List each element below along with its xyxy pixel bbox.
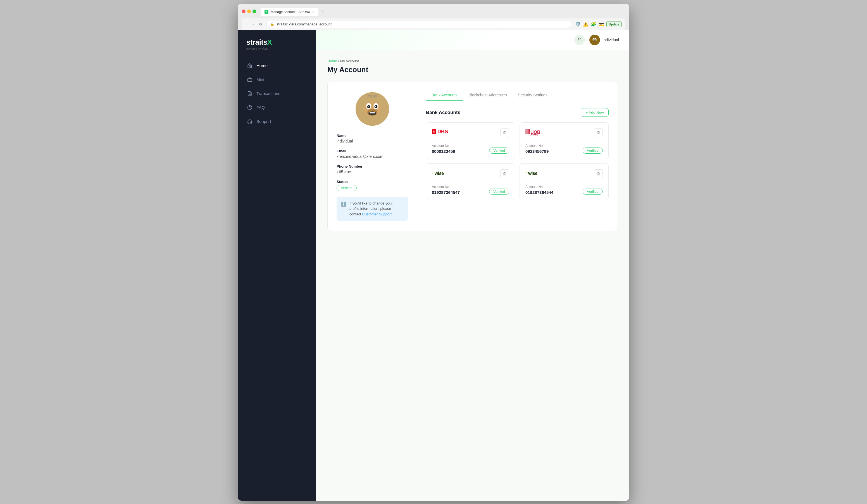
sidebar-item-faq[interactable]: FAQ <box>243 101 312 114</box>
svg-point-18 <box>374 105 377 108</box>
uob-account-label: Account No <box>525 144 548 148</box>
active-tab[interactable]: X Manage Account | StraitsX × <box>260 8 319 16</box>
svg-text:✕: ✕ <box>432 130 436 134</box>
info-icon: ℹ️ <box>341 201 347 217</box>
delete-wise1-button[interactable] <box>500 169 509 178</box>
wise1-account-label: Account No <box>432 185 460 189</box>
sidebar-item-mint[interactable]: Mint <box>243 73 312 86</box>
profile-status-field: Status Verified <box>336 180 408 191</box>
breadcrumb-home-link[interactable]: Home <box>327 59 337 63</box>
tab-close-button[interactable]: × <box>312 10 314 14</box>
browser-tabs: X Manage Account | StraitsX × + <box>260 7 327 16</box>
svg-text:wise: wise <box>528 171 537 176</box>
new-tab-button[interactable]: + <box>319 7 327 16</box>
notification-bell[interactable] <box>574 35 585 45</box>
delete-dbs-button[interactable] <box>500 128 509 137</box>
sidebar-logo: straitsX powered by xfers <box>238 30 316 59</box>
wise-logo-1: ⁷ wise <box>432 169 451 176</box>
delete-uob-button[interactable] <box>594 128 603 137</box>
svg-rect-23 <box>370 112 375 114</box>
sidebar-item-support[interactable]: Support <box>243 115 312 128</box>
browser-window: X Manage Account | StraitsX × + ‹ › ↻ 🔒 … <box>238 4 629 501</box>
svg-rect-0 <box>248 78 252 82</box>
extension-icon-2[interactable]: ⚠️ <box>583 22 589 27</box>
customer-support-link[interactable]: Customer Support. <box>362 212 393 216</box>
svg-text:大华银行: 大华银行 <box>530 133 538 136</box>
sidebar: straitsX powered by xfers Home <box>238 30 316 501</box>
user-profile-button[interactable]: individual <box>589 35 619 45</box>
close-dot[interactable] <box>242 10 246 13</box>
page-title: My Account <box>327 65 618 74</box>
add-new-button[interactable]: + Add New <box>581 108 609 117</box>
tab-blockchain-addresses[interactable]: Blockchain Addresses <box>463 90 513 100</box>
address-bar[interactable]: 🔒 straitsx.xfers.com/manage_account <box>266 21 572 28</box>
bank-accounts-title: Bank Accounts <box>426 110 460 115</box>
uob-verified-badge: Verified <box>583 148 603 154</box>
phone-label: Phone Number <box>336 164 408 169</box>
section-header: Bank Accounts + Add New <box>426 108 609 117</box>
update-button[interactable]: Update <box>607 22 622 27</box>
faq-icon <box>247 105 253 110</box>
back-button[interactable]: ‹ <box>245 22 249 27</box>
phone-value: +65 true <box>336 170 408 174</box>
maximize-dot[interactable] <box>253 10 256 13</box>
browser-titlebar: X Manage Account | StraitsX × + ‹ › ↻ 🔒 … <box>238 4 629 30</box>
svg-point-12 <box>593 41 596 41</box>
name-value: individual <box>336 139 408 143</box>
home-label: Home <box>256 63 268 68</box>
info-text: If you'd like to change your profile inf… <box>350 201 403 217</box>
uob-card-header: UOB 大华银行 <box>525 128 603 137</box>
wise2-card-footer: Account No 019287364544 Verified <box>525 185 603 195</box>
svg-point-20 <box>375 106 376 107</box>
url-text: straitsx.xfers.com/manage_account <box>277 22 332 26</box>
breadcrumb-separator: / <box>338 59 339 63</box>
faq-label: FAQ <box>256 105 265 110</box>
browser-dots-row: X Manage Account | StraitsX × + <box>242 7 625 16</box>
tab-bank-accounts[interactable]: Bank Accounts <box>426 90 463 100</box>
svg-point-9 <box>593 39 594 40</box>
svg-text:真的假的: 真的假的 <box>367 95 377 98</box>
svg-point-17 <box>367 105 370 108</box>
tab-security-settings[interactable]: Security Settings <box>513 90 553 100</box>
wise2-card-header: ⁷ wise <box>525 169 603 178</box>
profile-email-field: Email xfers.individual@xfers.com <box>336 149 408 159</box>
minimize-dot[interactable] <box>247 10 251 13</box>
status-label: Status <box>336 180 408 184</box>
lock-icon: 🔒 <box>270 22 274 26</box>
delete-wise2-button[interactable] <box>594 169 603 178</box>
dbs-verified-badge: Verified <box>489 148 509 154</box>
transactions-label: Transactions <box>256 91 280 96</box>
profile-phone-field: Phone Number +65 true <box>336 164 408 174</box>
puzzle-icon[interactable]: 🧩 <box>591 22 596 27</box>
page-body: Home / My Account My Account <box>316 50 629 240</box>
mint-icon <box>247 77 253 83</box>
transactions-icon <box>247 91 253 96</box>
app-wrapper: straitsX powered by xfers Home <box>238 30 629 501</box>
user-avatar <box>589 35 600 45</box>
sidebar-item-transactions[interactable]: Transactions <box>243 87 312 100</box>
wise-logo-2: ⁷ wise <box>525 169 545 176</box>
svg-text:DBS: DBS <box>437 129 448 135</box>
status-badge: Verified <box>336 185 357 191</box>
svg-point-19 <box>367 106 369 107</box>
wallet-icon[interactable]: 💳 <box>599 22 604 27</box>
refresh-button[interactable]: ↻ <box>258 22 264 27</box>
logo-powered: powered by xfers <box>246 47 308 50</box>
wise1-card-footer: Account No 019287364547 Verified <box>432 185 509 195</box>
sidebar-item-home[interactable]: Home <box>243 59 312 72</box>
svg-text:⁷: ⁷ <box>525 171 527 176</box>
forward-button[interactable]: › <box>251 22 255 27</box>
support-label: Support <box>256 119 271 124</box>
browser-toolbar: ‹ › ↻ 🔒 straitsx.xfers.com/manage_accoun… <box>242 19 625 30</box>
tabs: Bank Accounts Blockchain Addresses Secur… <box>426 90 609 100</box>
main-content: individual Home / My Account My Account <box>316 30 629 501</box>
bank-accounts-grid: ✕ DBS <box>426 122 609 200</box>
sidebar-nav: Home Mint <box>238 59 316 501</box>
email-value: xfers.individual@xfers.com <box>336 154 408 159</box>
svg-text:wise: wise <box>434 171 444 176</box>
bank-card-wise-2: ⁷ wise <box>520 163 609 200</box>
extension-icon-1[interactable]: 🛡️ <box>575 22 581 27</box>
bank-card-wise-1: ⁷ wise <box>426 163 515 200</box>
content-card: 真的假的 Name individual Email xfers.individ… <box>327 82 618 231</box>
dbs-account-number: 0000123456 <box>432 149 455 154</box>
